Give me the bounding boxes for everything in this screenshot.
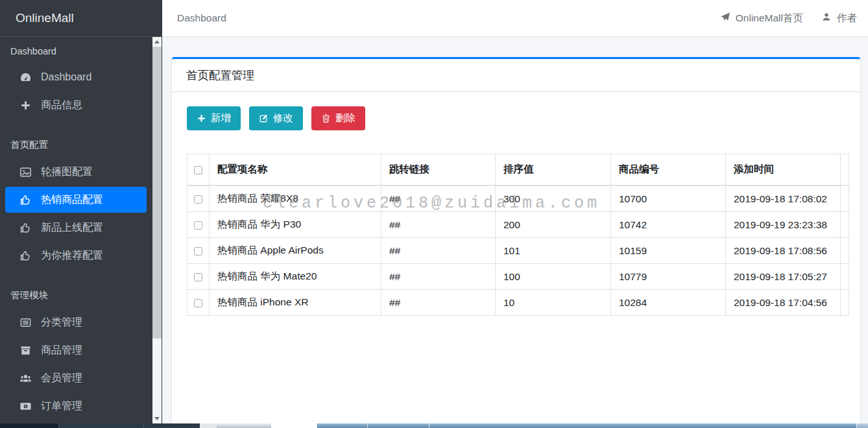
thumbs-up-icon xyxy=(19,250,32,262)
cell-added-time: 2019-09-18 17:08:56 xyxy=(726,238,841,264)
home-link[interactable]: OnlineMall首页 xyxy=(720,12,803,25)
plus-icon xyxy=(19,99,32,112)
sidebar-item-category-management[interactable]: 分类管理 xyxy=(5,309,147,335)
taskbar-segment[interactable] xyxy=(217,423,271,428)
page-title: 首页配置管理 xyxy=(186,67,846,83)
taskbar-segment[interactable] xyxy=(367,423,429,428)
cell-product-id: 10700 xyxy=(611,185,726,212)
sidebar-nav: Dashboard Dashboard 商品信息 首页配置 轮播图配置 热销商品 xyxy=(5,37,147,421)
nav-section-dashboard: Dashboard xyxy=(5,41,147,62)
taskbar-segment[interactable] xyxy=(143,423,200,428)
table-header-row: 配置项名称 跳转链接 排序值 商品编号 添加时间 xyxy=(187,154,849,186)
cell-added-time: 2019-09-18 17:04:56 xyxy=(726,290,841,316)
config-card: 首页配置管理 新增 修改 删除 xyxy=(172,57,860,424)
taskbar-segment[interactable] xyxy=(271,423,317,428)
add-button[interactable]: 新增 xyxy=(187,106,241,130)
paper-plane-icon xyxy=(720,12,730,25)
brand-logo[interactable]: OnlineMall xyxy=(0,0,162,37)
cell-added-time: 2019-09-18 17:08:02 xyxy=(726,185,841,212)
top-links: OnlineMall首页 作者 xyxy=(720,12,857,25)
row-checkbox[interactable] xyxy=(194,221,202,230)
triangle-up-icon xyxy=(154,40,160,43)
triangle-down-icon xyxy=(154,417,160,420)
sidebar-scrollbar[interactable] xyxy=(152,37,162,423)
sidebar: OnlineMall Dashboard Dashboard 商品信息 首页配置… xyxy=(0,0,162,428)
table-row: 热销商品 华为 Mate20 ## 100 10779 2019-09-18 1… xyxy=(187,264,849,290)
author-link[interactable]: 作者 xyxy=(821,12,857,25)
row-checkbox[interactable] xyxy=(194,195,202,204)
taskbar-segment[interactable] xyxy=(200,423,217,428)
col-header-name: 配置项名称 xyxy=(210,154,381,186)
author-link-label: 作者 xyxy=(837,12,857,25)
col-header-link: 跳转链接 xyxy=(381,154,496,186)
cell-sort: 10 xyxy=(496,290,611,316)
cell-product-id: 10742 xyxy=(611,212,726,238)
sidebar-item-label: 订单管理 xyxy=(41,399,82,413)
sidebar-item-carousel-config[interactable]: 轮播图配置 xyxy=(5,159,147,185)
taskbar-segment[interactable] xyxy=(0,423,58,428)
cell-name: 热销商品 华为 P30 xyxy=(210,212,381,238)
box-icon xyxy=(19,344,32,357)
cell-name: 热销商品 华为 Mate20 xyxy=(210,264,381,290)
select-all-checkbox[interactable] xyxy=(194,166,202,174)
user-icon xyxy=(821,12,832,25)
money-bill-icon xyxy=(19,400,32,412)
cell-name: 热销商品 iPhone XR xyxy=(210,290,381,316)
cell-product-id: 10284 xyxy=(611,290,726,316)
sidebar-item-new-products-config[interactable]: 新品上线配置 xyxy=(5,215,147,241)
cell-spacer xyxy=(841,212,849,238)
select-all-cell xyxy=(187,154,210,186)
add-button-label: 新增 xyxy=(211,112,231,125)
sidebar-item-label: 轮播图配置 xyxy=(41,165,93,179)
sidebar-item-member-management[interactable]: 会员管理 xyxy=(5,365,147,391)
scrollbar-thumb[interactable] xyxy=(152,47,162,339)
cell-link: ## xyxy=(381,264,496,290)
plus-icon xyxy=(197,113,206,123)
cell-spacer xyxy=(841,238,849,264)
nav-section-home-config: 首页配置 xyxy=(5,134,147,156)
cell-sort: 101 xyxy=(496,238,611,264)
nav-section-management: 管理模块 xyxy=(5,284,147,307)
card-header: 首页配置管理 xyxy=(172,59,860,92)
scroll-down-button[interactable] xyxy=(152,414,162,423)
thumbs-up-icon xyxy=(19,222,32,234)
scroll-up-button[interactable] xyxy=(152,37,162,47)
users-icon xyxy=(19,372,32,385)
taskbar-segment[interactable] xyxy=(429,423,856,428)
edit-button[interactable]: 修改 xyxy=(249,106,303,130)
sidebar-item-product-management[interactable]: 商品管理 xyxy=(5,337,147,363)
cell-sort: 300 xyxy=(496,185,611,212)
cell-link: ## xyxy=(381,185,496,212)
card-body: 新增 修改 删除 配置项名 xyxy=(172,92,860,316)
cell-link: ## xyxy=(381,212,496,238)
edit-icon xyxy=(259,113,269,123)
col-header-sort: 排序值 xyxy=(496,154,611,186)
cell-spacer xyxy=(841,185,849,212)
cell-name: 热销商品 荣耀8X8 xyxy=(210,185,381,212)
trash-icon xyxy=(321,113,331,123)
row-checkbox[interactable] xyxy=(194,299,202,307)
row-checkbox[interactable] xyxy=(194,247,202,256)
sidebar-item-label: 为你推荐配置 xyxy=(41,249,103,263)
list-icon xyxy=(19,316,32,329)
table-row: 热销商品 荣耀8X8 ## 300 10700 2019-09-18 17:08… xyxy=(187,185,849,212)
cell-spacer xyxy=(841,264,849,290)
sidebar-item-order-management[interactable]: 订单管理 xyxy=(5,393,147,419)
row-checkbox[interactable] xyxy=(194,273,202,281)
cell-sort: 100 xyxy=(496,264,611,290)
sidebar-item-label: 商品管理 xyxy=(41,344,82,357)
cell-sort: 200 xyxy=(496,212,611,238)
taskbar-segment[interactable] xyxy=(317,423,367,428)
sidebar-item-dashboard[interactable]: Dashboard xyxy=(5,64,147,90)
cell-link: ## xyxy=(381,238,496,264)
cell-product-id: 10159 xyxy=(611,238,726,264)
toolbar: 新增 修改 删除 xyxy=(187,106,849,130)
sidebar-item-hot-products-config[interactable]: 热销商品配置 xyxy=(5,187,147,213)
breadcrumb[interactable]: Dashboard xyxy=(177,12,226,24)
delete-button[interactable]: 删除 xyxy=(311,106,365,130)
sidebar-item-product-info[interactable]: 商品信息 xyxy=(5,92,147,118)
taskbar-segment[interactable] xyxy=(58,423,143,428)
sidebar-item-recommend-config[interactable]: 为你推荐配置 xyxy=(5,243,147,268)
taskbar-segment[interactable] xyxy=(856,423,868,428)
delete-button-label: 删除 xyxy=(335,112,356,125)
